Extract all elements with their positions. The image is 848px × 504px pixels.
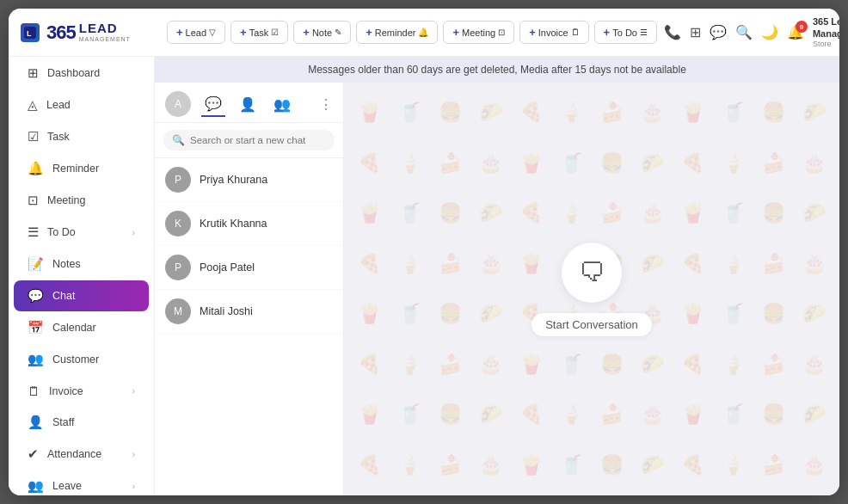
sidebar-item-lead[interactable]: ◬ Lead — [14, 89, 149, 120]
bg-icon-86: 🍰 — [432, 442, 469, 489]
content-area: Messages older than 60 days are get dele… — [155, 57, 839, 495]
app-container: L 365 LEAD MANAGEMENT + Lead ▽ + Task ☑ — [9, 9, 839, 495]
notification-badge[interactable]: 🔔 9 — [787, 24, 804, 40]
add-todo-button[interactable]: + To Do ☰ — [594, 21, 657, 44]
chat-tab-messages-icon[interactable]: 💬 — [201, 92, 225, 117]
bg-icon-9: 🥤 — [715, 89, 752, 137]
bg-icon-49: 🥤 — [391, 291, 428, 338]
sidebar-item-chat[interactable]: 💬 Chat — [14, 280, 149, 311]
bg-icon-62: 🍰 — [432, 341, 469, 389]
sidebar-item-invoice[interactable]: 🗒 Invoice › — [14, 376, 149, 406]
add-lead-button[interactable]: + Lead ▽ — [167, 21, 225, 44]
user-sub: Store — [813, 40, 839, 48]
conversation-icon-circle: 🗨 — [562, 243, 622, 303]
bg-icon-47: 🎂 — [796, 241, 833, 288]
top-bar: L 365 LEAD MANAGEMENT + Lead ▽ + Task ☑ — [9, 9, 839, 57]
phone-icon[interactable]: 📞 — [664, 24, 681, 40]
sidebar-item-leave[interactable]: 👥 Leave › — [14, 470, 149, 495]
contact-info-priya: Priya Khurana — [200, 174, 333, 186]
bg-icon-59: 🌮 — [796, 291, 833, 338]
bg-icon-13: 🍦 — [391, 140, 428, 187]
bg-icon-34: 🍔 — [755, 190, 792, 237]
bg-icon-44: 🍕 — [674, 241, 711, 288]
search-input[interactable] — [190, 135, 326, 145]
sidebar-label-task: Task — [47, 131, 135, 143]
moon-icon[interactable]: 🌙 — [761, 24, 778, 40]
sidebar-icon-reminder: 🔔 — [28, 161, 44, 176]
sidebar-item-meeting[interactable]: ⊡ Meeting — [14, 185, 149, 216]
contact-item-pooja[interactable]: P Pooja Patel — [155, 246, 343, 290]
bg-icon-94: 🍰 — [755, 442, 792, 489]
search-icon: 🔍 — [172, 134, 185, 146]
chat-tab-more-icon[interactable]: ⋮ — [319, 96, 333, 113]
sidebar-icon-leave: 👥 — [28, 478, 44, 494]
bg-icon-77: 🍦 — [553, 391, 590, 439]
bg-icon-5: 🍦 — [553, 89, 590, 137]
sidebar-item-task[interactable]: ☑ Task — [14, 121, 149, 152]
sidebar-item-notes[interactable]: 📝 Notes — [14, 249, 149, 280]
sidebar: ⊞ Dashboard ◬ Lead ☑ Task 🔔 Reminder ⊡ M… — [9, 57, 155, 495]
grid-icon[interactable]: ⊞ — [690, 24, 701, 40]
bg-icon-30: 🍰 — [593, 190, 630, 237]
bg-icon-48: 🍟 — [351, 291, 388, 338]
bg-icon-36: 🍕 — [351, 241, 388, 288]
bg-icon-50: 🍔 — [432, 291, 469, 338]
add-task-button[interactable]: + Task ☑ — [230, 21, 288, 44]
contact-item-priya[interactable]: P Priya Khurana — [155, 158, 343, 202]
contact-item-mitali[interactable]: M Mitali Joshi — [155, 290, 343, 334]
contact-item-krutik[interactable]: K Krutik Khanna — [155, 202, 343, 246]
sidebar-item-todo[interactable]: ☰ To Do › — [14, 217, 149, 248]
sidebar-item-staff[interactable]: 👤 Staff — [14, 407, 149, 438]
add-reminder-button[interactable]: + Reminder 🔔 — [356, 21, 438, 44]
contact-info-pooja: Pooja Patel — [200, 261, 333, 274]
sidebar-item-attendance[interactable]: ✔ Attendance › — [14, 439, 149, 470]
sidebar-label-leave: Leave — [52, 480, 124, 492]
sidebar-item-dashboard[interactable]: ⊞ Dashboard — [14, 58, 149, 89]
sidebar-icon-invoice: 🗒 — [28, 384, 40, 398]
bg-icon-37: 🍦 — [391, 241, 428, 288]
bg-icon-84: 🍕 — [351, 442, 388, 489]
logo-icon: L — [21, 23, 40, 42]
bg-icon-61: 🍦 — [391, 341, 428, 389]
bg-icon-58: 🍔 — [755, 291, 792, 338]
contact-avatar-pooja: P — [165, 255, 191, 280]
bg-icon-15: 🎂 — [472, 140, 509, 187]
user-info[interactable]: 365 Lead Management Store A — [813, 16, 839, 47]
bg-icon-75: 🌮 — [472, 391, 509, 439]
contact-name-mitali: Mitali Joshi — [200, 305, 333, 317]
sidebar-label-customer: Customer — [52, 353, 135, 366]
chat-tab-contacts-icon[interactable]: 👤 — [236, 93, 260, 116]
sidebar-label-notes: Notes — [52, 258, 135, 270]
contact-info-mitali: Mitali Joshi — [200, 305, 333, 317]
sidebar-item-calendar[interactable]: 📅 Calendar — [14, 312, 149, 343]
bg-icon-31: 🎂 — [634, 190, 671, 237]
search-input-wrap: 🔍 — [163, 130, 335, 151]
bg-icon-64: 🍟 — [513, 341, 550, 389]
bg-icon-60: 🍕 — [351, 341, 388, 389]
svg-text:L: L — [27, 29, 32, 38]
chat-tab-groups-icon[interactable]: 👥 — [270, 93, 294, 116]
bg-icon-0: 🍟 — [351, 89, 388, 137]
bg-icon-80: 🍟 — [674, 391, 711, 439]
add-note-button[interactable]: + Note ✎ — [293, 21, 351, 44]
bg-icon-67: 🌮 — [634, 341, 671, 389]
bg-icon-1: 🥤 — [391, 89, 428, 137]
contact-avatar-mitali: M — [165, 298, 191, 324]
chat-icon[interactable]: 💬 — [710, 24, 727, 40]
bg-icon-87: 🎂 — [472, 442, 509, 489]
add-meeting-button[interactable]: + Meeting ⊡ — [443, 21, 514, 44]
sidebar-label-todo: To Do — [47, 226, 124, 238]
chat-layout: A 💬 👤 👥 ⋮ 🔍 P Priya Khurana — [155, 83, 839, 495]
sidebar-label-attendance: Attendance — [47, 448, 124, 460]
bg-icon-7: 🎂 — [634, 89, 671, 137]
bg-icon-19: 🌮 — [634, 140, 671, 187]
add-invoice-button[interactable]: + Invoice 🗒 — [519, 21, 588, 44]
logo-box: L 365 LEAD MANAGEMENT — [21, 22, 131, 44]
bg-icon-56: 🍟 — [674, 291, 711, 338]
sidebar-item-customer[interactable]: 👥 Customer — [14, 344, 149, 375]
search-icon[interactable]: 🔍 — [735, 24, 753, 40]
bg-icon-16: 🍟 — [513, 140, 550, 187]
conversation-icon: 🗨 — [579, 258, 605, 287]
bg-icon-21: 🍦 — [715, 140, 752, 187]
sidebar-item-reminder[interactable]: 🔔 Reminder — [14, 153, 149, 184]
